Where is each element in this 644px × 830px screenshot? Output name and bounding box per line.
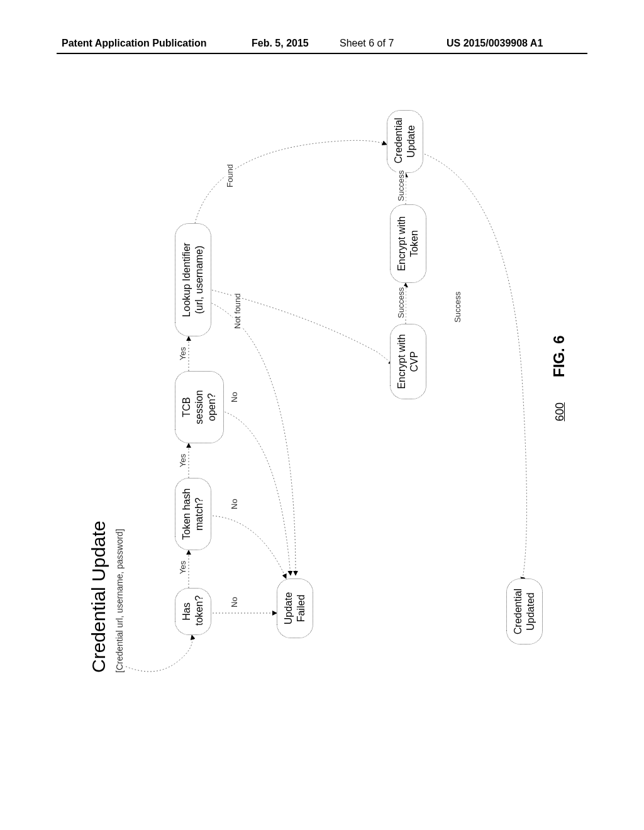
diagram-rotated: Credential Update [Credential url, usern… <box>69 107 585 692</box>
edge-yes-2: Yes <box>178 453 187 468</box>
node-has-token: Hastoken? <box>175 588 211 635</box>
publication-type: Patent Application Publication <box>62 38 207 49</box>
edge-yes-3: Yes <box>178 346 187 362</box>
node-credential-updated: CredentialUpdated <box>506 578 543 645</box>
edge-no-1: No <box>230 595 239 609</box>
edge-found: Found <box>225 163 235 189</box>
node-lookup-identifier: Lookup Identifier(url, username) <box>175 223 211 336</box>
edge-success-2: Success <box>396 169 406 202</box>
figure-label: FIG. 6 <box>550 335 568 377</box>
edge-no-2: No <box>230 497 239 511</box>
diagram-subtitle: [Credential url, username, password] <box>114 529 125 673</box>
page: Patent Application Publication Feb. 5, 2… <box>0 0 644 830</box>
node-update-failed: UpdateFailed <box>277 578 313 638</box>
sheet-number: Sheet 6 of 7 <box>340 38 394 49</box>
header-rule <box>57 53 587 54</box>
publication-number: US 2015/0039908 A1 <box>447 38 543 49</box>
node-encrypt-cvp: Encrypt withCVP <box>390 324 426 399</box>
publication-date: Feb. 5, 2015 <box>252 38 309 49</box>
edge-success-3: Success <box>453 290 462 324</box>
node-credential-update: CredentialUpdate <box>387 110 423 173</box>
edge-yes-1: Yes <box>178 560 187 575</box>
node-tcb-session-open: TCB sessionopen? <box>175 371 224 443</box>
edge-success-1: Success <box>396 286 406 319</box>
edge-not-found: Not found <box>233 292 242 330</box>
node-token-hash-match: Token hashmatch? <box>175 478 211 550</box>
figure-reference-number: 600 <box>553 402 567 421</box>
diagram-title: Credential Update <box>88 521 109 673</box>
edge-no-3: No <box>230 390 239 404</box>
node-encrypt-token: Encrypt withToken <box>390 204 426 283</box>
diagram-area: Credential Update [Credential url, usern… <box>69 107 585 692</box>
